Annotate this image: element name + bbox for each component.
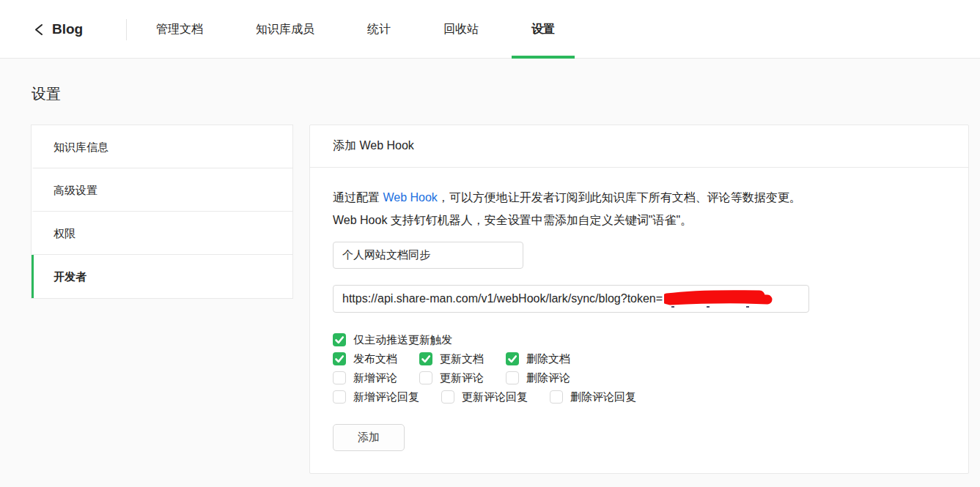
tab-stats[interactable]: 统计	[347, 0, 410, 59]
checkbox-delete-doc-item[interactable]: 删除文档	[506, 352, 570, 366]
panel-title: 添加 Web Hook	[333, 138, 414, 154]
webhook-doc-link[interactable]: Web Hook	[383, 191, 437, 204]
checkbox-label: 新增评论回复	[353, 390, 419, 404]
webhook-name-value: 个人网站文档同步	[342, 248, 430, 262]
checkbox-delete-comment-reply[interactable]	[550, 390, 563, 404]
checkbox-update-comment-reply-item[interactable]: 更新评论回复	[441, 390, 528, 404]
checkbox-delete-doc[interactable]	[506, 352, 519, 365]
checkbox-update-comment-item[interactable]: 更新评论	[419, 371, 484, 385]
sidebar-item-developer[interactable]: 开发者	[32, 255, 292, 298]
check-icon	[334, 335, 345, 344]
checkbox-publish-doc[interactable]	[333, 352, 346, 365]
page-title: 设置	[32, 84, 61, 104]
checkbox-update-comment[interactable]	[419, 371, 432, 384]
top-navigation: Blog 管理文档知识库成员统计回收站设置	[0, 0, 980, 59]
description-text: 通过配置	[333, 191, 383, 204]
back-label: Blog	[52, 21, 83, 37]
tab-members[interactable]: 知识库成员	[236, 0, 334, 59]
checkbox-row: 新增评论更新评论删除评论	[333, 368, 946, 387]
add-button[interactable]: 添加	[333, 424, 405, 451]
checkbox-label: 仅主动推送更新触发	[353, 333, 452, 347]
sidebar-item-permissions[interactable]: 权限	[32, 212, 292, 255]
webhook-description: 通过配置 Web Hook，可以方便地让开发者订阅到此知识库下所有文档、评论等数…	[333, 186, 822, 231]
webhook-url-input[interactable]: https://api.share-man.com/v1/webHook/lar…	[333, 285, 809, 313]
checkbox-row: 发布文档更新文档删除文档	[333, 349, 946, 368]
checkbox-new-comment-item[interactable]: 新增评论	[333, 371, 397, 385]
tab-manage-docs[interactable]: 管理文档	[136, 0, 223, 59]
settings-sidebar: 知识库信息高级设置权限开发者	[31, 124, 293, 299]
check-icon	[507, 354, 517, 363]
sidebar-item-advanced-settings[interactable]: 高级设置	[32, 168, 292, 212]
checkbox-update-doc-item[interactable]: 更新文档	[419, 352, 484, 366]
tab-trash[interactable]: 回收站	[424, 0, 498, 59]
checkbox-label: 删除文档	[526, 352, 570, 366]
checkbox-row: 仅主动推送更新触发	[333, 330, 946, 349]
checkbox-label: 更新评论回复	[462, 390, 528, 404]
checkbox-publish-doc-item[interactable]: 发布文档	[333, 352, 397, 366]
checkbox-label: 更新评论	[440, 371, 484, 385]
checkbox-label: 新增评论	[353, 371, 397, 385]
checkbox-label: 发布文档	[353, 352, 397, 366]
checkbox-label: 删除评论回复	[570, 390, 636, 404]
checkbox-only-active-push[interactable]	[333, 333, 346, 346]
checkbox-new-comment-reply-item[interactable]: 新增评论回复	[333, 390, 419, 404]
checkbox-update-comment-reply[interactable]	[441, 390, 454, 404]
checkbox-delete-comment[interactable]	[506, 371, 519, 384]
webhook-url-value: https://api.share-man.com/v1/webHook/lar…	[342, 292, 663, 305]
checkbox-row: 新增评论回复更新评论回复删除评论回复	[333, 387, 946, 406]
tab-settings[interactable]: 设置	[512, 0, 575, 59]
checkbox-label: 删除评论	[526, 371, 570, 385]
checkbox-new-comment[interactable]	[333, 371, 346, 384]
nav-tabs: 管理文档知识库成员统计回收站设置	[136, 0, 588, 59]
back-button[interactable]: Blog	[33, 0, 83, 59]
redaction-scribble	[664, 289, 774, 309]
check-icon	[334, 354, 345, 363]
checkbox-new-comment-reply[interactable]	[333, 390, 346, 404]
checkbox-only-active-push-item[interactable]: 仅主动推送更新触发	[333, 333, 452, 347]
check-icon	[421, 354, 431, 363]
webhook-name-input[interactable]: 个人网站文档同步	[333, 242, 523, 269]
checkbox-label: 更新文档	[440, 352, 484, 366]
checkbox-delete-comment-item[interactable]: 删除评论	[506, 371, 570, 385]
checkbox-update-doc[interactable]	[419, 352, 432, 365]
webhook-panel: 添加 Web Hook 通过配置 Web Hook，可以方便地让开发者订阅到此知…	[309, 124, 969, 474]
checkbox-delete-comment-reply-item[interactable]: 删除评论回复	[550, 390, 636, 404]
webhook-event-options: 仅主动推送更新触发发布文档更新文档删除文档新增评论更新评论删除评论新增评论回复更…	[333, 330, 946, 406]
sidebar-item-repo-info[interactable]: 知识库信息	[32, 125, 292, 168]
nav-divider	[126, 19, 127, 40]
chevron-left-icon	[33, 23, 45, 36]
